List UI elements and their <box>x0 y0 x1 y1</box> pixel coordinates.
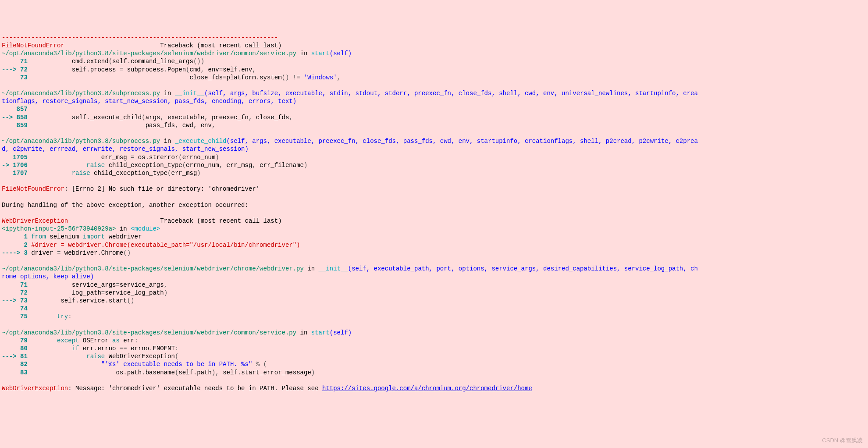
code: OSError <box>79 337 112 344</box>
code: Chrome <box>101 249 123 256</box>
code: self <box>112 58 127 65</box>
code: cmd <box>28 58 83 65</box>
code: err_msg <box>171 170 197 177</box>
code: close_fds <box>28 74 223 81</box>
frame6-func: start <box>311 329 330 336</box>
code: err_msg <box>223 162 252 169</box>
keyword-raise: raise <box>86 162 105 169</box>
code: webdriver <box>60 249 97 256</box>
code: pass_fds <box>28 122 175 129</box>
lineno: 859 <box>2 122 28 129</box>
error-type-final: WebDriverException <box>2 385 68 392</box>
code: child_exception_type <box>90 170 167 177</box>
frame1-func: start <box>311 50 330 57</box>
code: start_error_message <box>241 369 311 376</box>
frame1-path: ~/opt/anaconda3/lib/python3.8/site-packa… <box>2 50 296 57</box>
keyword-except: except <box>28 337 79 344</box>
code: process <box>90 66 120 73</box>
frame2-path: ~/opt/anaconda3/lib/python3.8/subprocess… <box>2 90 160 97</box>
code: Popen <box>167 66 186 73</box>
operator: == <box>120 345 127 352</box>
lineno: 1707 <box>2 170 28 177</box>
code: self <box>28 114 86 121</box>
code: cmd <box>190 66 201 73</box>
error-msg-final: : Message: 'chromedriver' executable nee… <box>68 385 322 392</box>
error-help-link[interactable]: https://sites.google.com/a/chromium.org/… <box>322 385 532 392</box>
in-label: in <box>160 90 175 97</box>
arrow-lineno: -> 1706 <box>2 162 28 169</box>
code: err_filename <box>256 162 304 169</box>
code: selenium <box>46 233 83 240</box>
code: executable <box>164 114 204 121</box>
code: extend <box>86 58 108 65</box>
code: service <box>79 297 105 304</box>
error-name-2: WebDriverException <box>2 217 68 224</box>
keyword-raise: raise <box>72 170 90 177</box>
string: "'%s' executable needs to be in PATH. %s… <box>28 361 252 368</box>
code: env <box>204 66 219 73</box>
code: self <box>28 66 86 73</box>
during-handling: During handling of the above exception, … <box>2 202 249 209</box>
code: driver <box>28 249 57 256</box>
code: err <box>79 345 94 352</box>
lineno: 80 <box>2 345 28 352</box>
in-label: in <box>160 138 175 145</box>
code: self <box>178 369 193 376</box>
lineno: 857 <box>2 106 28 113</box>
code: err_msg <box>28 154 131 161</box>
code: start <box>109 297 127 304</box>
traceback-label: Traceback (most recent call last) <box>160 42 281 49</box>
code: close_fds <box>252 114 289 121</box>
lineno: 72 <box>2 289 28 296</box>
in-label: in <box>296 50 311 57</box>
code: path <box>197 369 212 376</box>
code <box>28 170 72 177</box>
frame2-func: __init__ <box>175 90 204 97</box>
code: os <box>134 154 145 161</box>
code: os <box>28 369 123 376</box>
code: _execute_child <box>90 114 142 121</box>
code: log_path <box>28 289 101 296</box>
frame4-file: <ipython-input-25-56f73940929a> <box>2 225 116 232</box>
lineno: 73 <box>2 74 28 81</box>
code: basename <box>146 369 175 376</box>
code <box>28 353 86 360</box>
code: WebDriverException <box>105 353 175 360</box>
code: err <box>120 337 135 344</box>
frame6-path: ~/opt/anaconda3/lib/python3.8/site-packa… <box>2 329 296 336</box>
keyword-try: try <box>28 313 68 320</box>
frame5-func: __init__ <box>319 265 348 272</box>
code: errno_num <box>182 154 216 161</box>
code <box>28 162 86 169</box>
code: cwd <box>178 122 193 129</box>
keyword-from: from <box>31 233 46 240</box>
arrow-lineno: ---> 73 <box>2 297 28 304</box>
lineno: 74 <box>2 305 28 312</box>
code: command_line_args <box>131 58 193 65</box>
code: service_log_path <box>105 289 164 296</box>
error-name-1: FileNotFoundError <box>2 42 64 49</box>
keyword-raise: raise <box>86 353 105 360</box>
in-label: in <box>296 329 311 336</box>
arrow-lineno: ----> 3 <box>2 249 28 256</box>
separator-dashes: ----------------------------------------… <box>2 34 278 41</box>
frame5-path: ~/opt/anaconda3/lib/python3.8/site-packa… <box>2 265 304 272</box>
code: env <box>197 122 212 129</box>
code: subprocess <box>123 66 164 73</box>
in-label: in <box>116 225 131 232</box>
lineno: 71 <box>2 281 28 288</box>
in-label: in <box>304 265 319 272</box>
frame3-func: _execute_child <box>175 138 227 145</box>
code: env <box>241 66 252 73</box>
code: path <box>127 369 142 376</box>
lineno: 75 <box>2 313 28 320</box>
code: errno_num <box>186 162 219 169</box>
error-type: FileNotFoundError <box>2 185 64 192</box>
lineno: 1 <box>2 233 28 240</box>
code: platform <box>227 74 256 81</box>
keyword-import: import <box>83 233 105 240</box>
frame4-func: <module> <box>131 225 160 232</box>
frame3-path: ~/opt/anaconda3/lib/python3.8/subprocess… <box>2 138 160 145</box>
code: system <box>260 74 281 81</box>
frame6-args: (self) <box>330 329 352 336</box>
